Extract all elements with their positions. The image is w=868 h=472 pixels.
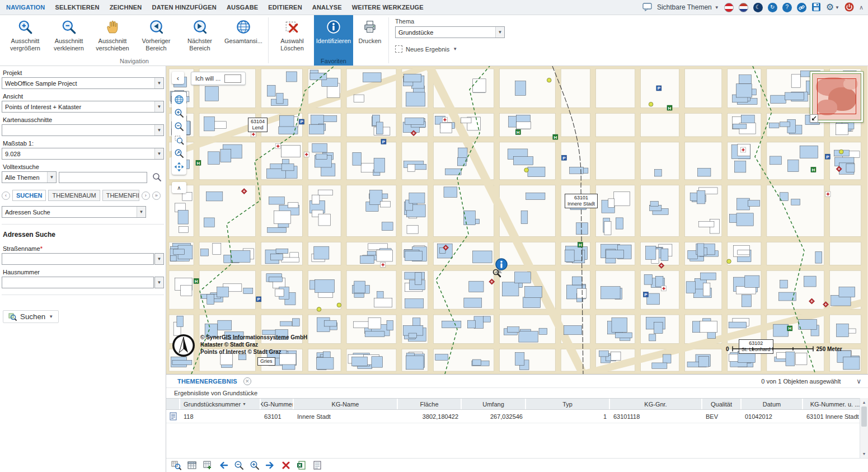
tool-zoom-in[interactable]: Ausschnittvergrößern: [3, 16, 47, 57]
remove-result-icon[interactable]: [280, 460, 292, 471]
select-all-icon[interactable]: [202, 460, 213, 471]
tabs-scroll-left-icon[interactable]: ‹: [2, 191, 10, 200]
kartenausschnitte-select[interactable]: ▼: [2, 124, 164, 136]
chevron-down-icon[interactable]: ▼: [154, 277, 164, 288]
menu-navigation[interactable]: NAVIGATION: [1, 4, 50, 11]
column-header[interactable]: KG-Nummer: [261, 399, 294, 409]
show-table-icon[interactable]: [186, 460, 198, 471]
tool-next-extent[interactable]: NächsterBereich: [178, 16, 222, 57]
column-header[interactable]: Typ: [526, 399, 610, 409]
table-scrollbar[interactable]: ▲ ▼: [860, 398, 868, 458]
neues-ergebnis-toggle[interactable]: Neues Ergebnis ▼: [395, 45, 511, 53]
menu-analyse[interactable]: ANALYSE: [307, 4, 347, 11]
map-toolbar-collapse-icon[interactable]: ∧: [172, 182, 186, 193]
tool-full-extent[interactable]: Gesamtansi...: [222, 16, 265, 57]
projekt-select[interactable]: WebOffice Sample Project ▼: [2, 77, 164, 89]
massstab-select[interactable]: 9.028 ▼: [2, 148, 164, 160]
scrollbar-track[interactable]: [860, 406, 868, 450]
menu-selektieren[interactable]: SELEKTIEREN: [50, 4, 104, 11]
power-icon[interactable]: [844, 2, 854, 13]
export-excel-icon[interactable]: [296, 460, 307, 471]
weboffice-app: NAVIGATION SELEKTIEREN ZEICHNEN DATEN HI…: [0, 0, 868, 472]
ich-will-input[interactable]: [224, 74, 241, 83]
zoom-to-results-icon[interactable]: [171, 460, 182, 471]
visible-themes-dropdown[interactable]: Sichtbare Themen ▼: [657, 3, 719, 11]
tool-identify[interactable]: Identifizieren: [315, 16, 352, 57]
menu-daten-hinzufuegen[interactable]: DATEN HINZUFÜGEN: [147, 4, 221, 11]
link-icon[interactable]: [797, 3, 806, 12]
overview-map[interactable]: [810, 71, 864, 123]
menu-weitere-werkzeuge[interactable]: WEITERE WERKZEUGE: [347, 4, 429, 11]
column-header[interactable]: KG-Nummer. u. ...: [803, 399, 868, 409]
cell-umfang: 267,032546: [462, 410, 526, 423]
tab-themenfilter[interactable]: THEMENFILTER: [102, 190, 139, 201]
language-dutch-flag-icon[interactable]: [739, 3, 748, 12]
save-icon[interactable]: [811, 2, 821, 13]
search-type-select[interactable]: Adressen Suche ▼: [2, 206, 146, 218]
column-header[interactable]: Fläche: [398, 399, 462, 409]
column-header[interactable]: KG-Gnr.: [610, 399, 702, 409]
previous-page-icon[interactable]: [218, 460, 229, 471]
report-icon[interactable]: [312, 460, 323, 471]
menu-zeichnen[interactable]: ZEICHNEN: [105, 4, 147, 11]
map-zoom-in-icon[interactable]: [173, 107, 185, 119]
hausnummer-input[interactable]: [2, 277, 154, 288]
menu-ausgabe[interactable]: AUSGABE: [222, 4, 263, 11]
overview-toggle-icon[interactable]: [810, 114, 818, 123]
column-header[interactable]: Grundstücksnummer▼: [180, 399, 261, 409]
collapse-sidebar-icon[interactable]: ‹: [172, 72, 184, 84]
pan-arrows-icon[interactable]: [173, 161, 185, 173]
thema-select[interactable]: Grundstücke ▼: [395, 26, 505, 38]
ansicht-select[interactable]: Points of Interest + Kataster ▼: [2, 101, 164, 113]
collapse-panel-icon[interactable]: ∨: [856, 377, 861, 385]
overview-globe-icon[interactable]: [173, 94, 185, 106]
results-status: 0 von 1 Objekten ausgewählt ∨: [761, 377, 861, 385]
help-icon[interactable]: ?: [782, 3, 792, 12]
menu-editieren[interactable]: EDITIEREN: [263, 4, 307, 11]
tab-themenergebnis[interactable]: THEMENERGEBNIS: [177, 378, 237, 385]
volltext-scope-select[interactable]: Alle Themen ▼: [2, 171, 57, 183]
column-header[interactable]: Qualität: [702, 399, 742, 409]
scrollbar-thumb[interactable]: [861, 406, 867, 427]
ich-will-widget[interactable]: Ich will ...: [191, 72, 246, 85]
volltext-search-input[interactable]: [59, 172, 147, 183]
suchen-button[interactable]: Suchen ▼: [3, 310, 59, 323]
results-tabrow: THEMENERGEBNIS ✕ 0 von 1 Objekten ausgew…: [166, 375, 868, 387]
language-german-flag-icon[interactable]: [724, 3, 734, 12]
column-header[interactable]: Umfang: [462, 399, 526, 409]
close-result-icon[interactable]: ✕: [243, 377, 251, 385]
table-row[interactable]: 118 63101 Innere Stadt 3802,180422 267,0…: [166, 410, 868, 423]
row-detail-icon[interactable]: [166, 410, 180, 423]
column-header[interactable]: KG-Name: [294, 399, 398, 409]
zoom-scale-icon[interactable]: [173, 147, 185, 160]
tool-clear-selection[interactable]: AuswahlLöschen: [271, 16, 313, 57]
tabs-overflow-icon[interactable]: »: [152, 191, 161, 200]
map-viewport[interactable]: PHPHPHPHPHPHPHPH ‹: [166, 66, 868, 374]
tool-pan[interactable]: Ausschnittverschieben: [91, 16, 134, 57]
map-canvas[interactable]: PHPHPHPHPHPHPHPH: [166, 66, 867, 374]
refresh-icon[interactable]: ↻: [768, 3, 777, 12]
night-mode-icon[interactable]: ☾: [753, 3, 763, 12]
tabs-scroll-right-icon[interactable]: ›: [142, 191, 150, 200]
map-zoom-out-icon[interactable]: [173, 120, 185, 133]
scroll-up-icon[interactable]: ▲: [860, 398, 868, 406]
settings-gear-icon[interactable]: ⚙▼: [826, 3, 839, 12]
kartenausschnitte-label: Kartenausschnitte: [3, 116, 163, 123]
scroll-down-icon[interactable]: ▼: [860, 450, 868, 458]
column-header[interactable]: Datum: [742, 399, 803, 409]
chevron-down-icon[interactable]: ▼: [154, 253, 164, 265]
tool-zoom-out[interactable]: Ausschnittverkleinern: [47, 16, 91, 57]
zoom-in-result-icon[interactable]: [249, 460, 260, 471]
zoom-out-result-icon[interactable]: [233, 460, 245, 471]
tool-print[interactable]: Drucken: [354, 16, 386, 57]
overview-extent-frame: [817, 78, 856, 114]
zoom-window-icon[interactable]: [173, 134, 185, 146]
chevron-down-icon: ▼: [715, 5, 719, 10]
next-page-icon[interactable]: [265, 460, 276, 471]
collapse-ribbon-icon[interactable]: ∧: [859, 4, 864, 11]
volltext-search-button[interactable]: [149, 171, 164, 183]
tool-previous-extent[interactable]: VorherigerBereich: [134, 16, 178, 57]
tab-themenbaum[interactable]: THEMENBAUM: [48, 190, 100, 201]
strassenname-input[interactable]: [2, 253, 154, 265]
tab-suchen[interactable]: SUCHEN: [12, 190, 46, 201]
